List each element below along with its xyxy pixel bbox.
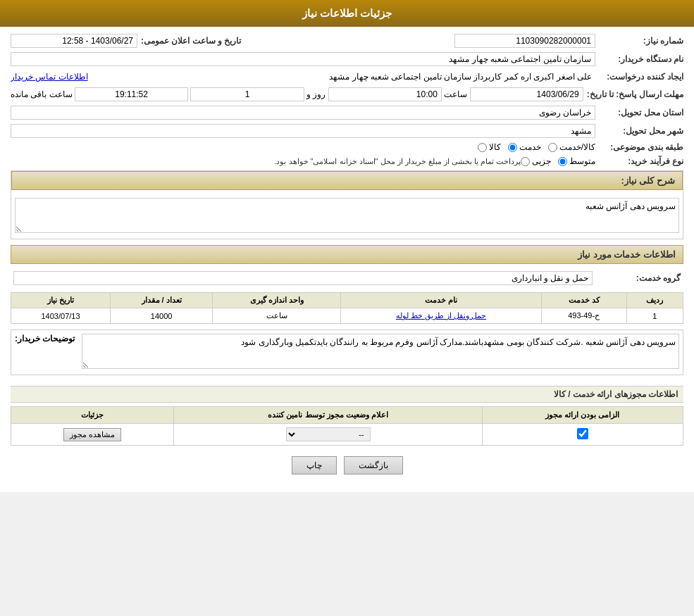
permit-row: -- مشاهده مجوز xyxy=(11,424,683,446)
reply-remaining-label: ساعت باقی مانده xyxy=(11,89,73,99)
col-date: تاریخ نیاز xyxy=(11,293,111,308)
services-section-title: اطلاعات خدمات مورد نیاز xyxy=(11,245,683,264)
col-quantity: تعداد / مقدار xyxy=(111,293,213,308)
category-kala-khedmat-label: کالا/خدمت xyxy=(559,142,595,152)
permit-required-checkbox[interactable] xyxy=(577,428,588,439)
buyer-org-value: سازمان تامین اجتماعی شعبه چهار مشهد xyxy=(11,52,595,66)
category-khedmat-label: خدمت xyxy=(519,142,541,152)
reply-days-label: روز و xyxy=(306,89,326,99)
announce-value: 1403/06/27 - 12:58 xyxy=(11,34,137,48)
buyer-desc-label: توضیحات خریدار: xyxy=(11,330,78,347)
need-number-label: شماره نیاز: xyxy=(599,36,683,46)
city-value: مشهد xyxy=(11,124,595,138)
reply-remaining: 19:11:52 xyxy=(75,87,188,101)
service-group-value: حمل و نقل و انبارداری xyxy=(13,271,593,285)
category-kala-label: کالا xyxy=(489,142,501,152)
row-service-group: گروه خدمت: حمل و نقل و انبارداری xyxy=(11,268,683,288)
cell-service-code: ح-49-493 xyxy=(541,308,626,324)
buyer-desc-content xyxy=(78,330,683,375)
permit-details-cell: مشاهده مجوز xyxy=(11,424,174,446)
reply-date: 1403/06/29 xyxy=(470,87,583,101)
page-title: جزئیات اطلاعات نیاز xyxy=(302,7,392,19)
reply-deadline-label: مهلت ارسال پاسخ: تا تاریخ: xyxy=(587,89,683,99)
table-row: 1 ح-49-493 حمل ونقل از طریق خط لوله ساعت… xyxy=(11,308,683,324)
buyer-desc-container: توضیحات خریدار: xyxy=(11,330,683,375)
category-radio-group: کالا خدمت کالا/خدمت xyxy=(478,142,595,152)
purchase-type-label: نوع فرآیند خرید: xyxy=(599,156,683,166)
permits-col-status: اعلام وضعیت مجوز توسط نامین کننده xyxy=(174,407,482,424)
row-buyer-org: نام دستگاه خریدار: سازمان تامین اجتماعی … xyxy=(11,52,683,66)
need-number-value: 1103090282000001 xyxy=(454,34,595,48)
buyer-desc-textarea[interactable] xyxy=(82,334,679,369)
purchase-motavaset-label: متوسط xyxy=(569,156,595,166)
permit-status-select[interactable]: -- xyxy=(286,427,371,441)
purchase-type-note: پرداخت تمام یا بخشی از مبلغ خریدار از مح… xyxy=(11,157,521,166)
requester-value: علی اصغر اکبری اره کمر کاربرداز سازمان ت… xyxy=(88,70,595,83)
row-requester: ایجاد کننده درخواست: علی اصغر اکبری اره … xyxy=(11,70,683,83)
col-service-code: کد خدمت xyxy=(541,293,626,308)
row-purchase-type: نوع فرآیند خرید: جزیی متوسط پرداخت تمام … xyxy=(11,156,683,166)
buyer-desc-section: توضیحات خریدار: xyxy=(11,329,683,375)
purchase-jozei[interactable]: جزیی xyxy=(521,156,551,166)
cell-date: 1403/07/13 xyxy=(11,308,111,324)
permits-col-details: جزئیات xyxy=(11,407,174,424)
purchase-jozei-label: جزیی xyxy=(532,156,551,166)
purchase-type-radio-group: جزیی متوسط xyxy=(521,156,595,166)
cell-unit: ساعت xyxy=(213,308,341,324)
row-category: طبقه بندی موضوعی: کالا خدمت کالا/خدمت xyxy=(11,142,683,152)
general-desc-title: شرح کلی نیاز: xyxy=(11,171,683,190)
col-row: ردیف xyxy=(626,293,683,308)
services-section: اطلاعات خدمات مورد نیاز گروه خدمت: حمل و… xyxy=(11,245,683,324)
permits-section: اطلاعات مجوزهای ارائه خدمت / کالا الزامی… xyxy=(11,386,683,446)
service-group-label: گروه خدمت: xyxy=(596,273,681,283)
row-city: شهر محل تحویل: مشهد xyxy=(11,124,683,138)
cell-quantity: 14000 xyxy=(111,308,213,324)
city-label: شهر محل تحویل: xyxy=(599,126,683,136)
requester-label: ایجاد کننده درخواست: xyxy=(599,72,683,82)
back-button[interactable]: بازگشت xyxy=(344,456,403,474)
permit-status-cell: -- xyxy=(174,424,482,446)
permits-col-required: الزامی بودن ارائه مجوز xyxy=(482,407,683,424)
province-label: استان محل تحویل: xyxy=(599,108,683,118)
category-option-khedmat[interactable]: خدمت xyxy=(508,142,541,152)
info-section: شماره نیاز: 1103090282000001 تاریخ و ساع… xyxy=(11,34,683,170)
purchase-motavaset[interactable]: متوسط xyxy=(558,156,595,166)
print-button[interactable]: چاپ xyxy=(292,456,337,474)
cell-row-num: 1 xyxy=(626,308,683,324)
reply-time-label: ساعت xyxy=(444,89,467,99)
page-wrapper: جزئیات اطلاعات نیاز شماره نیاز: 11030902… xyxy=(0,0,694,492)
category-option-kala[interactable]: کالا xyxy=(478,142,501,152)
buyer-org-label: نام دستگاه خریدار: xyxy=(599,54,683,64)
general-desc-textarea[interactable] xyxy=(15,198,679,233)
row-province: استان محل تحویل: خراسان رضوی xyxy=(11,106,683,120)
category-label: طبقه بندی موضوعی: xyxy=(599,142,683,152)
reply-time: 10:00 xyxy=(328,87,442,101)
cell-service-name[interactable]: حمل ونقل از طریق خط لوله xyxy=(341,308,541,324)
col-service-name: نام خدمت xyxy=(341,293,541,308)
main-content: شماره نیاز: 1103090282000001 تاریخ و ساع… xyxy=(0,27,694,492)
permits-table: الزامی بودن ارائه مجوز اعلام وضعیت مجوز … xyxy=(11,406,683,446)
general-desc-content xyxy=(11,194,683,239)
province-value: خراسان رضوی xyxy=(11,106,595,120)
category-option-kala-khedmat[interactable]: کالا/خدمت xyxy=(548,142,595,152)
reply-days: 1 xyxy=(190,87,304,101)
announce-label: تاریخ و ساعت اعلان عمومی: xyxy=(141,36,241,46)
page-header: جزئیات اطلاعات نیاز xyxy=(0,0,694,27)
permits-section-title: اطلاعات مجوزهای ارائه خدمت / کالا xyxy=(11,386,683,403)
bottom-buttons: بازگشت چاپ xyxy=(11,446,683,485)
row-reply-deadline: مهلت ارسال پاسخ: تا تاریخ: 1403/06/29 سا… xyxy=(11,87,683,101)
contact-link[interactable]: اطلاعات تماس خریدار xyxy=(11,72,88,82)
permit-required-cell xyxy=(482,424,683,446)
row-need-number: شماره نیاز: 1103090282000001 تاریخ و ساع… xyxy=(11,34,683,48)
services-table: ردیف کد خدمت نام خدمت واحد اندازه گیری ت… xyxy=(11,292,683,324)
view-permit-button[interactable]: مشاهده مجوز xyxy=(63,428,121,441)
general-desc-section: شرح کلی نیاز: xyxy=(11,170,683,239)
col-unit: واحد اندازه گیری xyxy=(213,293,341,308)
